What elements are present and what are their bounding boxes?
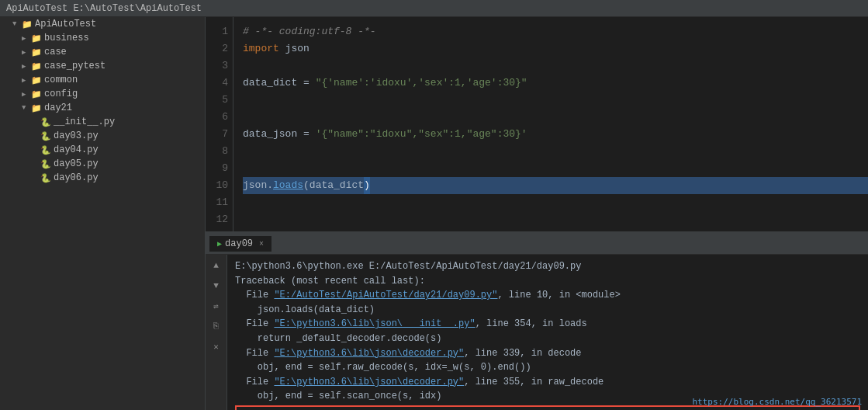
- run-copy-button[interactable]: ⎘: [209, 318, 224, 334]
- editor-area: 1 2 3 4 5 6 7 8 9 10 11 12 # -*- coding:…: [206, 17, 868, 410]
- run-wrap-button[interactable]: ⇌: [209, 298, 224, 314]
- sidebar-label-day21: day21: [44, 102, 72, 113]
- code-kw-import: import: [243, 40, 285, 57]
- run-line-file4: File "E:\python3.6\lib\json\decoder.py",…: [235, 375, 860, 390]
- file-icon-day04: 🐍: [40, 145, 51, 155]
- watermark: https://blog.csdn.net/qq_36213571: [692, 397, 862, 407]
- run-tab-day09[interactable]: ▶ day09 ×: [209, 235, 272, 252]
- sidebar-item-common[interactable]: ▶ 📁 common: [0, 73, 205, 87]
- run-tab-label: day09: [225, 238, 253, 249]
- sidebar-item-day04[interactable]: 🐍 day04.py: [0, 143, 205, 157]
- run-content: ▲ ▼ ⇌ ⎘ ✕ E:\python3.6\python.exe E:/Aut…: [206, 255, 868, 410]
- tree-arrow-root: ▼: [12, 20, 22, 28]
- run-line-path: E:\python3.6\python.exe E:/AutoTest/ApiA…: [235, 259, 860, 274]
- run-up-button[interactable]: ▲: [209, 258, 224, 273]
- run-line-file3: File "E:\python3.6\lib\json\decoder.py",…: [235, 346, 860, 361]
- sidebar-label-config: config: [44, 89, 78, 99]
- run-line-code3: obj, end = self.raw_decode(s, idx=_w(s, …: [235, 360, 860, 375]
- sidebar-label-root: ApiAutoTest: [35, 19, 96, 30]
- run-tabs: ▶ day09 ×: [206, 233, 868, 255]
- sidebar-item-root[interactable]: ▼ 📁 ApiAutoTest: [0, 17, 205, 31]
- sidebar-item-config[interactable]: ▶ 📁 config: [0, 87, 205, 101]
- sidebar-label-day05: day05.py: [54, 158, 99, 169]
- tree-arrow-config: ▶: [22, 90, 31, 99]
- sidebar-item-day21[interactable]: ▼ 📁 day21: [0, 101, 205, 115]
- run-link-3[interactable]: "E:\python3.6\lib\json\decoder.py": [274, 348, 464, 359]
- sidebar-item-day06[interactable]: 🐍 day06.py: [0, 171, 205, 185]
- code-line-3: [243, 57, 868, 75]
- tree-arrow-business: ▶: [22, 34, 31, 43]
- code-eq-2: =: [303, 126, 316, 143]
- code-line-6: [243, 109, 868, 126]
- code-paren-open: (: [303, 177, 310, 194]
- code-datadict-arg: data_dict: [310, 177, 364, 194]
- run-line-file2: File "E:\python3.6\lib\json\ __init__.py…: [235, 317, 860, 332]
- run-panel: ▶ day09 × ▲ ▼ ⇌ ⎘ ✕ E:\python3.6\python.…: [206, 231, 868, 410]
- folder-icon-day21: 📁: [31, 103, 42, 113]
- sidebar-label-common: common: [44, 75, 78, 85]
- code-line-9: [243, 160, 868, 177]
- code-container: 1 2 3 4 5 6 7 8 9 10 11 12 # -*- coding:…: [206, 17, 868, 231]
- folder-icon-case-pytest: 📁: [31, 61, 42, 71]
- sidebar-item-day03[interactable]: 🐍 day03.py: [0, 129, 205, 143]
- main-area: ▼ 📁 ApiAutoTest ▶ 📁 business ▶ 📁 case ▶ …: [0, 17, 868, 410]
- sidebar-label-init: __init__.py: [54, 116, 115, 127]
- sidebar-label-day03: day03.py: [54, 130, 99, 141]
- sidebar-label-case: case: [44, 47, 67, 57]
- folder-icon-case: 📁: [31, 47, 42, 57]
- sidebar-label-day04: day04.py: [54, 144, 99, 155]
- code-line-7: data_json = '{"name":"idoxu","sex":1,"ag…: [243, 126, 868, 143]
- run-line-traceback: Traceback (most recent call last):: [235, 274, 860, 289]
- sidebar-item-business[interactable]: ▶ 📁 business: [0, 31, 205, 45]
- code-json-module: json.: [243, 177, 273, 194]
- run-sidebar-icons: ▲ ▼ ⇌ ⎘ ✕: [206, 255, 227, 410]
- code-str-datajson: '{"name":"idoxu","sex":1,"age":30}': [316, 126, 527, 143]
- code-selected-paren: ): [364, 177, 370, 194]
- code-line-8: [243, 143, 868, 160]
- run-tab-close[interactable]: ×: [259, 240, 264, 248]
- sidebar-item-day05[interactable]: 🐍 day05.py: [0, 157, 205, 171]
- run-line-code2: return _default_decoder.decode(s): [235, 332, 860, 346]
- run-link-4[interactable]: "E:\python3.6\lib\json\decoder.py": [274, 377, 464, 387]
- run-down-button[interactable]: ▼: [209, 278, 224, 294]
- run-clear-button[interactable]: ✕: [209, 339, 224, 354]
- code-var-datajson: data_json: [243, 126, 303, 143]
- code-loads-func: loads: [273, 177, 303, 194]
- code-line-11: [243, 194, 868, 211]
- code-comment-1: # -*- coding:utf-8 -*-: [243, 23, 376, 40]
- run-play-icon: ▶: [217, 239, 222, 248]
- code-line-12: [243, 211, 868, 228]
- run-line-file1: File "E:/AutoTest/ApiAutoTest/day21/day0…: [235, 288, 860, 303]
- title-text: ApiAutoTest E:\AutoTest\ApiAutoTest: [6, 3, 202, 14]
- tree-arrow-case: ▶: [22, 48, 31, 57]
- code-str-datadict: "{'name':'idoxu','sex':1,'age':30}": [316, 75, 527, 92]
- sidebar-item-case[interactable]: ▶ 📁 case: [0, 45, 205, 59]
- project-icon: 📁: [22, 19, 33, 30]
- sidebar-item-case-pytest[interactable]: ▶ 📁 case_pytest: [0, 59, 205, 73]
- file-icon-day05: 🐍: [40, 159, 51, 169]
- sidebar-item-init[interactable]: 🐍 __init__.py: [0, 115, 205, 129]
- tree-arrow-common: ▶: [22, 76, 31, 85]
- file-icon-init: 🐍: [40, 117, 51, 127]
- folder-icon-business: 📁: [31, 33, 42, 43]
- run-output: E:\python3.6\python.exe E:/AutoTest/ApiA…: [227, 255, 868, 410]
- folder-icon-config: 📁: [31, 89, 42, 99]
- tree-arrow-day21: ▼: [22, 104, 31, 112]
- run-link-2[interactable]: "E:\python3.6\lib\json\ __init__.py": [274, 318, 475, 329]
- code-line-10: json.loads(data_dict): [243, 177, 868, 194]
- code-line-5: [243, 92, 868, 109]
- code-lines[interactable]: # -*- coding:utf-8 -*- import json data_…: [233, 17, 868, 231]
- run-line-code1: json.loads(data_dict): [235, 303, 860, 318]
- sidebar-label-day06: day06.py: [54, 172, 99, 183]
- file-icon-day03: 🐍: [40, 131, 51, 141]
- code-line-1: # -*- coding:utf-8 -*-: [243, 23, 868, 40]
- tree-arrow-case-pytest: ▶: [22, 62, 31, 71]
- sidebar-label-case-pytest: case_pytest: [44, 61, 105, 71]
- sidebar: ▼ 📁 ApiAutoTest ▶ 📁 business ▶ 📁 case ▶ …: [0, 17, 206, 410]
- title-bar: ApiAutoTest E:\AutoTest\ApiAutoTest: [0, 0, 868, 17]
- code-line-2: import json: [243, 40, 868, 57]
- run-link-1[interactable]: "E:/AutoTest/ApiAutoTest/day21/day09.py": [274, 290, 497, 301]
- sidebar-label-business: business: [44, 33, 89, 43]
- file-icon-day06: 🐍: [40, 173, 51, 183]
- code-var-datadict: data_dict: [243, 75, 303, 92]
